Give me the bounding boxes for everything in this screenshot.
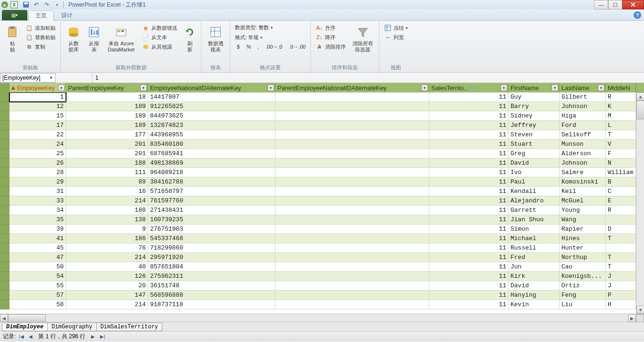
table-row[interactable]: 3418827143843111GarrettYoungR — [0, 206, 644, 215]
cell[interactable]: H — [606, 300, 636, 309]
cell[interactable]: 28 — [9, 168, 66, 177]
cell[interactable] — [276, 111, 429, 121]
table-row[interactable]: 311657165879711KendallKeilC — [0, 187, 644, 196]
cell[interactable]: 20 — [66, 281, 148, 291]
cell[interactable]: Fred — [509, 253, 560, 262]
cell[interactable]: Munson — [560, 140, 606, 149]
cell[interactable]: Selikoff — [560, 130, 606, 140]
cell[interactable] — [276, 92, 429, 102]
cell[interactable]: Guy — [509, 92, 560, 102]
close-button[interactable]: ✕ — [622, 0, 644, 9]
col-header-employeekey[interactable]: EmployeeKey▼ — [9, 83, 66, 92]
row-marker[interactable] — [0, 234, 9, 243]
col-header-firstname[interactable]: FirstName▼ — [509, 83, 560, 92]
cell[interactable]: Jun — [509, 262, 560, 272]
cell[interactable]: 47 — [9, 253, 66, 262]
row-marker[interactable] — [0, 206, 9, 215]
from-other-button[interactable]: 从其他源 — [140, 42, 179, 51]
cell[interactable] — [606, 215, 636, 225]
filter-dropdown-icon[interactable]: ▼ — [58, 84, 65, 91]
cell[interactable]: Steven — [509, 130, 560, 140]
cell[interactable]: 11 — [429, 225, 509, 234]
cell[interactable] — [276, 300, 429, 309]
cell[interactable]: 295971920 — [148, 253, 276, 262]
cell[interactable]: 912265825 — [148, 102, 276, 111]
cell[interactable]: Cao — [560, 262, 606, 272]
cell[interactable]: F — [606, 149, 636, 158]
cell[interactable]: 29 — [9, 177, 66, 187]
cell[interactable]: L — [606, 121, 636, 130]
cell[interactable]: Keil — [560, 187, 606, 196]
from-azure-button[interactable]: 来自 Azure DataMarket — [104, 23, 138, 63]
cell[interactable]: Johnson — [560, 158, 606, 168]
filter-dropdown-icon[interactable]: ▼ — [598, 84, 604, 91]
col-header-salesterritory[interactable]: SalesTerrito...🔗▼ — [429, 83, 509, 92]
row-marker[interactable] — [0, 225, 9, 234]
cell[interactable]: 271438431 — [148, 206, 276, 215]
cell[interactable]: 835460180 — [148, 140, 276, 149]
cell[interactable]: 25 — [9, 149, 66, 158]
col-header-parentnationalid[interactable]: ParentEmployeeNationalIDAlternateKey▼ — [276, 83, 429, 92]
cell[interactable]: 189 — [66, 111, 148, 121]
cell[interactable]: Alejandro — [509, 196, 560, 206]
maximize-button[interactable]: ☐ — [608, 0, 622, 9]
cell[interactable]: 89 — [66, 177, 148, 187]
sheet-tab-dimsalesterritory[interactable]: DimSalesTerritory — [96, 323, 162, 331]
cell[interactable]: Wang — [560, 215, 606, 225]
cell[interactable]: Russell — [509, 243, 560, 253]
table-row[interactable]: 2420183546018011StuartMunsonV — [0, 140, 644, 149]
row-marker[interactable] — [0, 253, 9, 262]
cell[interactable] — [606, 243, 636, 253]
cell[interactable]: 11 — [429, 215, 509, 225]
cell[interactable] — [276, 234, 429, 243]
cell[interactable]: Liu — [560, 300, 606, 309]
cell[interactable]: 22 — [9, 130, 66, 140]
cell[interactable]: Kendall — [509, 187, 560, 196]
scroll-up-icon[interactable]: ▲ — [636, 92, 644, 100]
table-row[interactable]: 2811196408921811IvoSalmreWilliam — [0, 168, 644, 177]
sort-asc-button[interactable]: A↓升序 — [314, 24, 348, 32]
save-icon[interactable] — [22, 1, 30, 8]
table-row[interactable]: 2618849813886911DavidJohnsonN — [0, 158, 644, 168]
cell[interactable]: 857651804 — [148, 262, 276, 272]
copy-button[interactable]: ⧉复制 — [24, 42, 58, 51]
cell[interactable] — [276, 291, 429, 300]
cell[interactable]: 11 — [429, 92, 509, 102]
cell[interactable]: 761597760 — [148, 196, 276, 206]
row-marker[interactable] — [0, 158, 9, 168]
percent-button[interactable]: % — [244, 43, 253, 50]
cell[interactable]: 36151748 — [148, 281, 276, 291]
cell[interactable]: 45 — [9, 243, 66, 253]
nav-next-icon[interactable]: ▶ — [89, 333, 97, 341]
cell[interactable]: 11 — [429, 196, 509, 206]
cell[interactable]: McGuel — [560, 196, 606, 206]
cell[interactable]: Koenigsb... — [560, 272, 606, 281]
table-row[interactable]: 504085765180411JunCaoT — [0, 262, 644, 272]
cell[interactable]: Greg — [509, 149, 560, 158]
cell[interactable]: 201 — [66, 140, 148, 149]
cell[interactable]: 57 — [9, 291, 66, 300]
cell[interactable]: 11 — [429, 234, 509, 243]
cell[interactable]: C — [606, 187, 636, 196]
cell[interactable]: 11 — [429, 243, 509, 253]
clear-sort-button[interactable]: A̷清除排序 — [314, 42, 348, 51]
row-marker[interactable] — [0, 177, 9, 187]
tab-home[interactable]: 主页 — [28, 10, 54, 21]
table-row[interactable]: 4118654533746811MichaelHinesT — [0, 234, 644, 243]
cell[interactable]: 718299860 — [148, 243, 276, 253]
cell[interactable]: 1 — [9, 92, 66, 102]
cell[interactable]: 55 — [9, 281, 66, 291]
cell[interactable]: 14417807 — [148, 92, 276, 102]
cell[interactable]: 687685941 — [148, 149, 276, 158]
cell[interactable]: Barry — [509, 102, 560, 111]
cell[interactable]: Alderson — [560, 149, 606, 158]
sort-desc-button[interactable]: Z↓降序 — [314, 33, 348, 42]
sheet-tab-dimgeography[interactable]: DimGeography — [47, 323, 96, 331]
table-row[interactable]: 3321476159776011AlejandroMcGuelE — [0, 196, 644, 206]
scroll-thumb[interactable] — [636, 100, 644, 119]
cell[interactable]: 54 — [9, 272, 66, 281]
cell[interactable]: 76 — [66, 243, 148, 253]
cell[interactable]: 111 — [66, 168, 148, 177]
nav-last-icon[interactable]: ▶| — [99, 333, 106, 341]
cell[interactable] — [276, 168, 429, 177]
